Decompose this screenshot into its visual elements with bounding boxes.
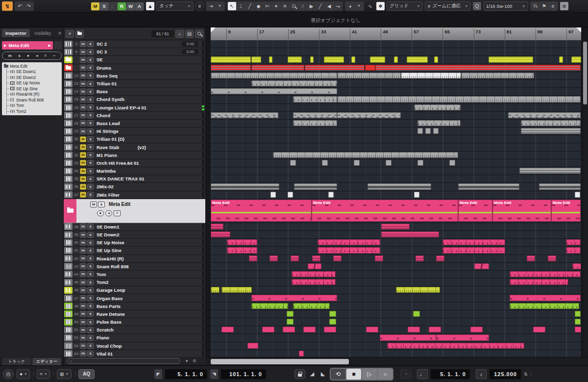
event[interactable]: [287, 319, 294, 325]
tab-track[interactable]: トラック: [2, 358, 31, 365]
event[interactable]: [566, 239, 581, 245]
event[interactable]: [247, 343, 258, 349]
mute-button[interactable]: m: [80, 255, 86, 261]
track-row[interactable]: 31msRave Stab(v2): [64, 143, 205, 151]
event[interactable]: [270, 255, 278, 261]
solo-button[interactable]: s: [87, 184, 94, 190]
solo-button[interactable]: s: [87, 65, 94, 71]
event[interactable]: [413, 311, 420, 317]
mute-button[interactable]: m: [80, 271, 86, 277]
track-row[interactable]: 26msLounge Lizard EP-4 01: [64, 104, 205, 112]
event[interactable]: [572, 263, 581, 269]
right-locator-value[interactable]: 101. 1. 1. 0: [221, 369, 266, 379]
track-row[interactable]: 36ms2Mix-02: [64, 183, 205, 191]
mute-button[interactable]: m: [80, 184, 86, 190]
mute-button[interactable]: m: [80, 176, 86, 182]
color-tool-caret[interactable]: ▼: [355, 2, 363, 10]
global-suspend-button[interactable]: A: [135, 2, 144, 10]
left-locator-value[interactable]: 5. 1. 1. 0: [165, 369, 207, 379]
event[interactable]: [251, 303, 288, 309]
stop-button[interactable]: ■: [346, 369, 361, 380]
record-arm-button[interactable]: ●: [97, 210, 104, 216]
event[interactable]: [324, 56, 344, 62]
event[interactable]: [227, 247, 257, 253]
selected-track-header[interactable]: ▶ Meta Edit ▶: [2, 41, 53, 50]
mute-button[interactable]: m: [80, 81, 86, 87]
track-row[interactable]: 27msChord: [64, 112, 205, 120]
event[interactable]: [308, 263, 321, 269]
mute-button[interactable]: m: [80, 224, 86, 229]
event[interactable]: [333, 255, 342, 261]
event[interactable]: [305, 65, 365, 71]
event[interactable]: [337, 112, 401, 118]
solo-button[interactable]: s: [87, 232, 94, 238]
fade-curve-icon[interactable]: ∿: [366, 2, 374, 10]
event[interactable]: [510, 279, 568, 285]
gear-icon[interactable]: ⚙: [193, 358, 196, 363]
event[interactable]: [211, 224, 223, 229]
event[interactable]: [380, 334, 436, 340]
event[interactable]: [519, 168, 581, 174]
event[interactable]: [211, 65, 251, 71]
color-tool[interactable]: ◕: [346, 2, 354, 10]
solo-button[interactable]: s: [87, 136, 94, 142]
track-zoom-rail[interactable]: -: [67, 358, 180, 364]
event[interactable]: [337, 73, 401, 78]
event[interactable]: [434, 56, 438, 62]
solo-button[interactable]: s: [87, 57, 94, 63]
mute-button[interactable]: m: [80, 303, 86, 309]
automation-mode-dropdown[interactable]: タッチ▼: [156, 1, 194, 11]
mute-button[interactable]: m: [80, 41, 86, 47]
event[interactable]: Meta Edit: [551, 200, 581, 222]
event[interactable]: [354, 160, 360, 166]
midi-record-mode-dropdown[interactable]: ◍▼: [57, 369, 72, 379]
event[interactable]: [429, 327, 441, 332]
solo-button[interactable]: s: [87, 176, 94, 182]
mute-button[interactable]: m: [80, 144, 86, 150]
volume-value[interactable]: 0.00: [182, 41, 198, 47]
solo-button[interactable]: s: [87, 351, 94, 357]
tempo-value[interactable]: 125.000: [490, 369, 521, 379]
punch-in-icon[interactable]: ◢: [308, 369, 316, 379]
solo-button[interactable]: s: [87, 49, 94, 55]
event[interactable]: [401, 73, 461, 78]
track-row[interactable]: 46msGarage Loop: [64, 286, 205, 294]
track-row[interactable]: 34msMarimba: [64, 167, 205, 175]
track-row[interactable]: 42msRise&Hit (R): [64, 255, 205, 263]
solo-button[interactable]: s: [87, 160, 94, 166]
event[interactable]: [291, 255, 299, 261]
solo-button[interactable]: s: [87, 287, 94, 293]
event[interactable]: [287, 311, 294, 317]
track-row[interactable]: 41msSE Up Sine: [64, 247, 205, 255]
solo-button[interactable]: s: [87, 280, 94, 285]
solo-button[interactable]: s: [87, 41, 94, 47]
common-record-modes-icon[interactable]: ◎: [3, 369, 14, 379]
event[interactable]: [416, 255, 424, 261]
mute-button[interactable]: m: [80, 327, 86, 333]
solo-button[interactable]: s: [98, 202, 105, 207]
event[interactable]: [329, 311, 336, 317]
search-track-button[interactable]: [195, 30, 203, 38]
auto-quantize-button[interactable]: AQ: [78, 369, 95, 379]
tree-item[interactable]: Tom: [4, 103, 62, 109]
event[interactable]: [328, 192, 334, 198]
autoscroll-button[interactable]: ⇥: [207, 2, 215, 10]
draw-tool[interactable]: ╱: [245, 2, 254, 10]
event[interactable]: [461, 73, 534, 78]
event[interactable]: [221, 287, 252, 293]
mute-button[interactable]: m: [80, 351, 86, 357]
event[interactable]: [318, 247, 380, 253]
mute-button[interactable]: m: [80, 311, 86, 317]
event[interactable]: [293, 112, 337, 118]
event[interactable]: [288, 192, 293, 198]
right-locator-icon[interactable]: ◥: [210, 369, 218, 379]
time-format-icon[interactable]: ♩: [417, 369, 428, 379]
tempo-stepper[interactable]: ⇅: [524, 372, 528, 377]
global-read-button[interactable]: R: [118, 2, 126, 10]
event[interactable]: [436, 255, 444, 261]
event[interactable]: [489, 56, 533, 62]
tree-item[interactable]: SE Down2: [4, 75, 62, 80]
event[interactable]: [324, 327, 336, 332]
event[interactable]: [370, 56, 385, 62]
mute-button[interactable]: m: [80, 89, 86, 95]
